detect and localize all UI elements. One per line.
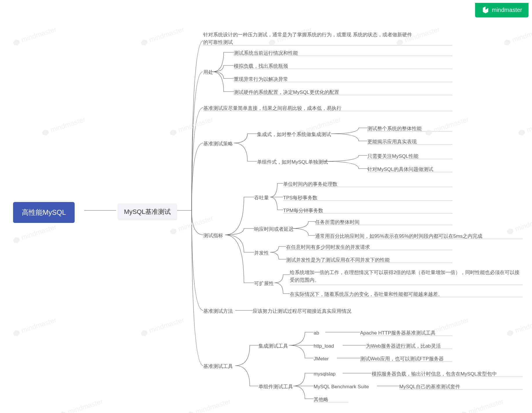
metric-latency[interactable]: 响应时间或者延迟 bbox=[254, 226, 294, 233]
concurrency-sub-1[interactable]: 测试并发性是为了测试应用在不同并发下的性能 bbox=[286, 256, 390, 264]
level1-node[interactable]: MySQL基准测试 bbox=[118, 203, 177, 220]
branch-tools[interactable]: 基准测试工具 bbox=[203, 363, 233, 370]
root-label: 高性能MySQL bbox=[22, 208, 66, 216]
throughput-sub-1[interactable]: TPS每秒事务数 bbox=[283, 194, 317, 202]
branch-method[interactable]: 基准测试方法 bbox=[203, 307, 233, 315]
brand-icon bbox=[481, 6, 490, 14]
strategy-component[interactable]: 单组件式，如对MySQL单独测试 bbox=[257, 158, 328, 166]
branch-usage[interactable]: 用处 bbox=[203, 69, 213, 76]
throughput-sub-0[interactable]: 单位时间内的事务处理数 bbox=[283, 180, 337, 188]
strategy-component-sub-0[interactable]: 只需要关注MySQL性能 bbox=[367, 153, 418, 160]
metric-throughput[interactable]: 吞吐量 bbox=[254, 194, 269, 202]
strategy-integration[interactable]: 集成式，如对整个系统做集成测试 bbox=[257, 131, 331, 138]
throughput-sub-2[interactable]: TPM每分钟事务数 bbox=[283, 207, 323, 214]
latency-sub-1[interactable]: 通常用百分比响应时间，如95%表示在95%的时间段内都可以在5ms之内完成 bbox=[315, 233, 482, 240]
scalability-sub-1[interactable]: 在实际情况下，随着系统压力的变化，吞吐量和性能都可能越来越差。 bbox=[290, 291, 443, 298]
latency-sub-0[interactable]: 任务所需的整体时间 bbox=[315, 219, 360, 226]
usage-item-2[interactable]: 重现异常行为以解决异常 bbox=[234, 76, 288, 83]
tool-benchmark-name[interactable]: MySQL Benchmark Suite bbox=[314, 383, 369, 391]
root-node[interactable]: 高性能MySQL bbox=[13, 202, 75, 223]
tool-benchmark-desc[interactable]: MySQL自己的基准测试套件 bbox=[399, 383, 460, 391]
strategy-integration-sub-1[interactable]: 更能揭示应用真实表现 bbox=[367, 138, 417, 146]
tool-jmeter-desc[interactable]: 测试Web应用，也可以测试FTP服务器 bbox=[360, 355, 444, 363]
level1-label: MySQL基准测试 bbox=[124, 208, 171, 215]
usage-item-0[interactable]: 测试系统当前运行情况和性能 bbox=[234, 49, 298, 57]
tools-integration[interactable]: 集成测试工具 bbox=[258, 342, 288, 350]
method-detail[interactable]: 应该努力让测试过程尽可能接近真实应用情况 bbox=[253, 307, 351, 315]
tools-component[interactable]: 单组件测试工具 bbox=[258, 383, 293, 391]
branch-simple[interactable]: 基准测试应尽量简单直接，结果之间容易比较，成本低，易执行 bbox=[203, 105, 342, 112]
tool-jmeter-name[interactable]: JMeter bbox=[314, 355, 329, 363]
tool-ab-name[interactable]: ab bbox=[314, 329, 319, 337]
concurrency-sub-0[interactable]: 在任意时间有多少同时发生的并发请求 bbox=[286, 244, 370, 251]
strategy-component-sub-1[interactable]: 针对MySQL的具体问题做测试 bbox=[367, 166, 433, 173]
metric-scalability[interactable]: 可扩展性 bbox=[254, 280, 274, 287]
scalability-sub-0[interactable]: 给系统增加一倍的工作，在理想情况下可以获得2倍的结果（吞吐量增加一倍），同时性能… bbox=[290, 269, 522, 284]
tool-httpload-desc[interactable]: 为Web服务器进行测试，比ab灵活 bbox=[366, 342, 441, 350]
strategy-integration-sub-0[interactable]: 测试整个系统的整体性能 bbox=[367, 125, 422, 133]
branch-strategy[interactable]: 基准测试策略 bbox=[203, 140, 233, 148]
tool-httpload-name[interactable]: http_load bbox=[314, 342, 334, 350]
branch-stress-test[interactable]: 针对系统设计的一种压力测试，通常是为了掌握系统的行为，或重现 系统的状态，或者做… bbox=[203, 31, 415, 46]
brand-badge: mindmaster bbox=[475, 3, 529, 17]
tool-mysqlslap-desc[interactable]: 模拟服务器负载，输出计时信息，包含在MySQL发型包中 bbox=[372, 370, 497, 378]
metric-concurrency[interactable]: 并发性 bbox=[254, 249, 269, 257]
brand-text: mindmaster bbox=[492, 7, 522, 13]
usage-item-1[interactable]: 模拟负载，找出系统瓶颈 bbox=[234, 62, 288, 70]
tool-other-name[interactable]: 其他略 bbox=[314, 396, 328, 403]
branch-metrics[interactable]: 测试指标 bbox=[203, 232, 223, 239]
usage-item-3[interactable]: 测试硬件的系统配置，决定MySQL更优化的配置 bbox=[234, 89, 339, 96]
tool-ab-desc[interactable]: Apache HTTP服务器基准测试工具 bbox=[360, 329, 436, 337]
tool-mysqlslap-name[interactable]: mysqlslap bbox=[314, 370, 336, 378]
